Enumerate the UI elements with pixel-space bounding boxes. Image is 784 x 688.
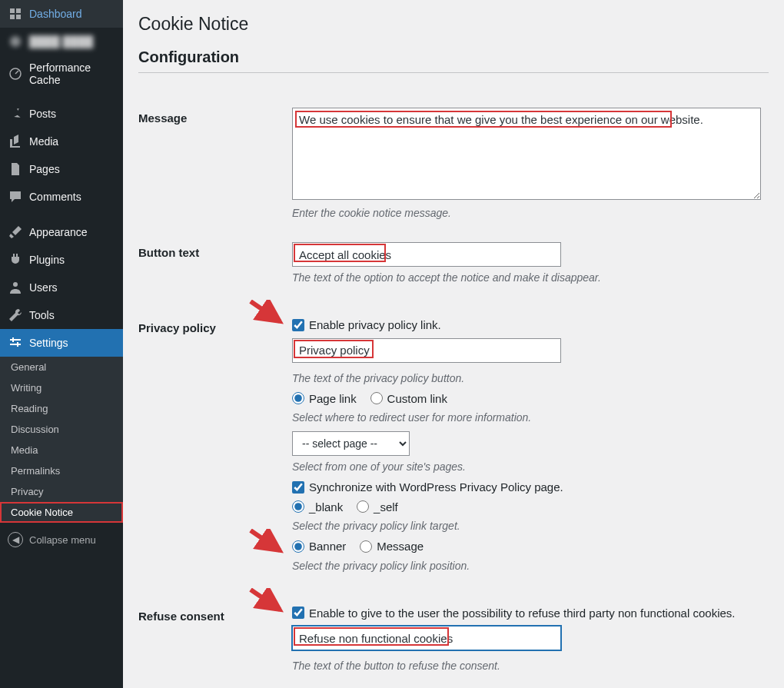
refuse-enable-checkbox[interactable]: Enable to give to the user the possibili… bbox=[292, 607, 736, 620]
label-button-text: Button text bbox=[138, 231, 292, 295]
privacy-text-input[interactable] bbox=[292, 338, 561, 363]
sidebar-sub-general[interactable]: General bbox=[0, 357, 123, 377]
select-desc: Select from one of your site's pages. bbox=[292, 460, 769, 473]
sidebar-sub-reading[interactable]: Reading bbox=[0, 398, 123, 419]
sidebar-sub-permalinks[interactable]: Permalinks bbox=[0, 460, 123, 481]
radio-self[interactable]: _self bbox=[357, 500, 398, 514]
sidebar-item-appearance[interactable]: Appearance bbox=[0, 218, 123, 246]
wrench-icon bbox=[8, 307, 23, 323]
sync-checkbox[interactable]: Synchronize with WordPress Privacy Polic… bbox=[292, 480, 563, 494]
sidebar-item-plugins[interactable]: Plugins bbox=[0, 246, 123, 274]
button-text-desc: The text of the option to accept the not… bbox=[292, 271, 769, 284]
svg-point-2 bbox=[13, 282, 18, 287]
content-area: Cookie Notice Configuration Message We u… bbox=[123, 0, 784, 688]
sidebar-item-dashboard[interactable]: Dashboard bbox=[0, 0, 123, 28]
brush-icon bbox=[8, 224, 23, 240]
sidebar-item-users[interactable]: Users bbox=[0, 274, 123, 301]
privacy-enable-checkbox[interactable]: Enable privacy policy link. bbox=[292, 318, 441, 331]
page-title: Cookie Notice bbox=[138, 14, 769, 35]
comment-icon bbox=[8, 189, 23, 204]
section-title: Configuration bbox=[138, 48, 769, 66]
sidebar-sub-writing[interactable]: Writing bbox=[0, 377, 123, 398]
sidebar-item-comments[interactable]: Comments bbox=[0, 183, 123, 211]
radio-message[interactable]: Message bbox=[360, 540, 424, 553]
settings-form: Message We use cookies to ensure that we… bbox=[138, 96, 769, 683]
page-icon bbox=[8, 161, 23, 177]
sidebar-item-settings[interactable]: Settings bbox=[0, 329, 123, 357]
divider bbox=[138, 72, 769, 73]
button-text-input[interactable] bbox=[292, 242, 561, 267]
radio-banner[interactable]: Banner bbox=[292, 540, 346, 553]
sidebar-item-blurred-item[interactable]: ████ ████ bbox=[0, 28, 123, 55]
refuse-text-input[interactable] bbox=[292, 626, 561, 650]
arrow-icon bbox=[249, 588, 284, 614]
collapse-label: Collapse menu bbox=[29, 534, 96, 546]
page-select[interactable]: -- select page -- bbox=[292, 431, 410, 456]
sidebar-item-media[interactable]: Media bbox=[0, 128, 123, 155]
label-message: Message bbox=[138, 96, 292, 231]
sidebar-item-tools[interactable]: Tools bbox=[0, 301, 123, 329]
sidebar-item-pages[interactable]: Pages bbox=[0, 155, 123, 183]
sidebar-item-performance-cache[interactable]: Performance Cache bbox=[0, 55, 123, 92]
checkbox-enable-privacy[interactable] bbox=[292, 319, 304, 331]
refuse-text-desc: The text of the button to refuse the con… bbox=[292, 660, 769, 672]
arrow-icon bbox=[249, 529, 284, 555]
radio-blank[interactable]: _blank bbox=[292, 500, 343, 514]
collapse-menu[interactable]: ◀ Collapse menu bbox=[0, 526, 123, 553]
plug-icon bbox=[8, 252, 23, 268]
blurred-icon bbox=[8, 34, 23, 49]
target-desc: Select the privacy policy link target. bbox=[292, 520, 769, 532]
message-textarea[interactable]: We use cookies to ensure that we give yo… bbox=[292, 108, 761, 200]
pos-desc: Select the privacy policy link position. bbox=[292, 560, 769, 572]
svg-point-0 bbox=[10, 36, 21, 47]
sidebar-sub-cookie-notice[interactable]: Cookie Notice bbox=[0, 502, 123, 523]
pin-icon bbox=[8, 106, 23, 121]
arrow-icon bbox=[249, 300, 284, 326]
sidebar-sub-discussion[interactable]: Discussion bbox=[0, 419, 123, 440]
privacy-text-desc: The text of the privacy policy button. bbox=[292, 372, 769, 384]
sidebar-item-posts[interactable]: Posts bbox=[0, 100, 123, 128]
sliders-icon bbox=[8, 335, 23, 351]
user-icon bbox=[8, 280, 23, 295]
radio-page-link[interactable]: Page link bbox=[292, 392, 357, 405]
radio-custom-link[interactable]: Custom link bbox=[370, 392, 447, 405]
sidebar-sub-media[interactable]: Media bbox=[0, 440, 123, 460]
gauge-icon bbox=[8, 66, 23, 81]
link-src-desc: Select where to redirect user for more i… bbox=[292, 411, 769, 424]
collapse-icon: ◀ bbox=[8, 532, 23, 547]
dash-icon bbox=[8, 6, 23, 22]
admin-sidebar: Dashboard████ ████Performance Cache Post… bbox=[0, 0, 123, 688]
sidebar-sub-privacy[interactable]: Privacy bbox=[0, 481, 123, 502]
media-icon bbox=[8, 134, 23, 149]
message-desc: Enter the cookie notice message. bbox=[292, 207, 769, 219]
